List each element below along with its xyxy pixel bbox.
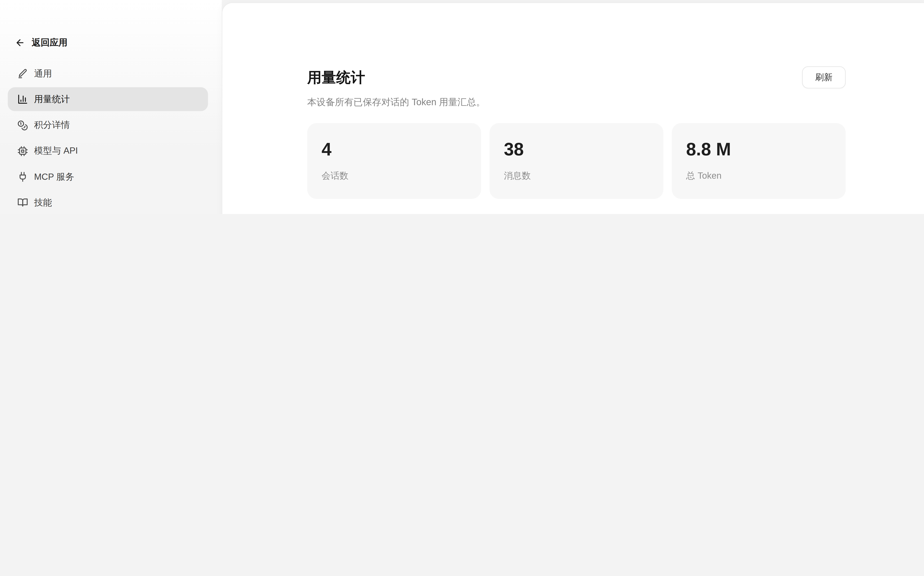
stat-value: 38 [504,138,649,162]
page-title: 用量统计 [307,68,365,87]
refresh-button[interactable]: 刷新 [802,66,846,88]
page-subtitle: 本设备所有已保存对话的 Token 用量汇总。 [307,96,846,108]
sidebar-item-label: 积分详情 [34,120,70,131]
bar-chart-icon [17,94,28,104]
stat-card-messages: 38 消息数 [489,123,663,199]
sidebar-item-label: 技能 [34,197,52,208]
arrow-left-icon [15,37,25,48]
sidebar-item-label: 模型与 API [34,146,78,157]
summary-cards: 4 会话数 38 消息数 8.8 M 总 Token [307,123,846,199]
stat-card-total-tokens: 8.8 M 总 Token [672,123,846,199]
page-header: 用量统计 刷新 [307,66,846,88]
pencil-icon [17,68,28,79]
stat-label: 会话数 [322,169,467,182]
sidebar-item-label: MCP 服务 [34,171,74,183]
sidebar-item-label: 用量统计 [34,94,70,105]
stat-card-sessions: 4 会话数 [307,123,481,199]
stat-value: 8.8 M [686,138,831,162]
sidebar-item-usage-stats[interactable]: 用量统计 [8,88,208,111]
sidebar-nav: 通用 用量统计 积分详情 模型与 API [8,61,208,214]
plug-icon [17,171,28,182]
stat-value: 4 [322,138,467,162]
main-panel: 用量统计 刷新 本设备所有已保存对话的 Token 用量汇总。 4 会话数 38… [222,2,924,214]
back-to-app-button[interactable]: 返回应用 [15,35,208,50]
back-label: 返回应用 [32,37,67,48]
sidebar-item-label: 通用 [34,68,52,79]
usage-settings-window: 返回应用 通用 用量统计 积分详情 [0,0,924,214]
settings-sidebar: 返回应用 通用 用量统计 积分详情 [0,0,222,214]
sidebar-item-mcp[interactable]: MCP 服务 [8,165,208,189]
coins-icon [17,120,28,131]
sidebar-item-general[interactable]: 通用 [8,61,208,85]
sidebar-item-skills[interactable]: 技能 [8,191,208,214]
sidebar-item-models-api[interactable]: 模型与 API [8,139,208,163]
sidebar-item-credits[interactable]: 积分详情 [8,113,208,137]
stat-label: 总 Token [686,169,831,182]
book-open-icon [17,197,28,208]
cpu-icon [17,146,28,156]
stat-label: 消息数 [504,169,649,182]
